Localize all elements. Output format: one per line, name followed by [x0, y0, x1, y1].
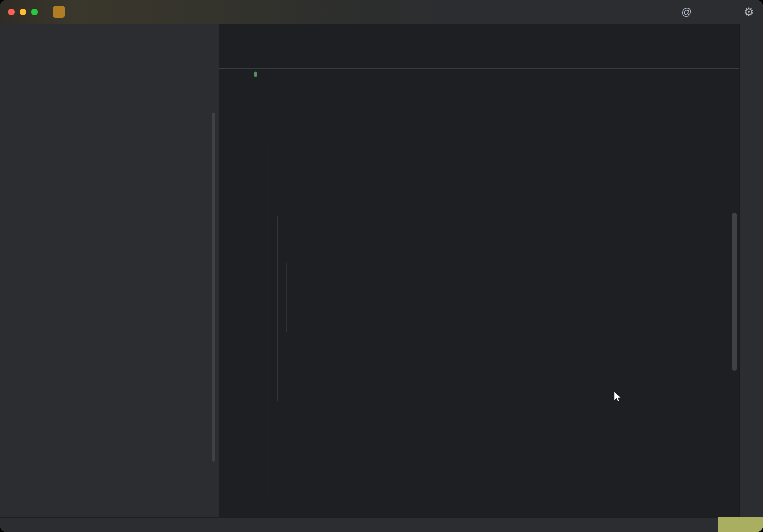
search-everywhere-button[interactable] [721, 5, 735, 19]
at-spiral-icon: @ [681, 6, 692, 18]
vcs-added-marker [254, 71, 257, 77]
project-badge [53, 6, 65, 18]
close-window-button[interactable] [8, 9, 15, 15]
vim-plugin-icon[interactable] [705, 520, 713, 529]
chevron-down-icon [34, 32, 40, 38]
code-area [219, 69, 739, 517]
titlebar: @ ⚙ [0, 0, 763, 24]
project-tree [23, 46, 219, 50]
run-configuration-widget [473, 0, 545, 24]
right-tool-strip [739, 24, 763, 517]
titlebar-global-actions: @ ⚙ [680, 0, 755, 24]
project-panel [23, 24, 219, 517]
editor [219, 24, 739, 517]
bug-icon [517, 7, 527, 17]
spring-boot-icon [473, 7, 483, 17]
indent-guide [268, 147, 269, 493]
sticky-class-header[interactable] [219, 46, 739, 69]
project-panel-header[interactable] [23, 24, 219, 46]
editor-scrollbar-thumb[interactable] [732, 213, 737, 371]
gear-icon: ⚙ [744, 6, 754, 18]
project-widget[interactable] [53, 0, 80, 24]
chevron-down-icon [156, 9, 162, 15]
chevron-down-icon [490, 9, 496, 15]
editor-tab-bar [219, 24, 739, 46]
git-branch-icon [141, 7, 150, 16]
run-button[interactable] [499, 5, 512, 19]
settings-button[interactable]: ⚙ [742, 5, 755, 19]
ide-window: @ ⚙ [0, 0, 763, 532]
more-run-options-button[interactable] [532, 5, 545, 19]
kebab-icon [534, 7, 543, 16]
zoom-window-button[interactable] [31, 9, 38, 15]
code-with-me-button[interactable] [701, 5, 714, 19]
search-icon [723, 7, 733, 17]
indent-guide [286, 263, 286, 332]
traffic-lights [8, 9, 38, 15]
ai-assistant-button[interactable]: @ [680, 5, 693, 19]
tab-options-kebab-icon[interactable] [720, 30, 729, 40]
play-icon [501, 7, 511, 17]
project-tree-scrollbar[interactable] [212, 113, 215, 462]
chevron-down-icon [73, 9, 80, 15]
left-tool-strip [0, 24, 23, 517]
debug-button[interactable] [515, 5, 529, 19]
minimize-window-button[interactable] [20, 9, 26, 15]
inspections-ok-check-icon[interactable] [725, 50, 735, 60]
add-user-icon [702, 7, 712, 17]
status-bar [0, 517, 763, 532]
mouse-cursor [611, 390, 623, 403]
branch-widget[interactable] [141, 0, 162, 24]
vim-mode-badge[interactable] [718, 517, 763, 532]
